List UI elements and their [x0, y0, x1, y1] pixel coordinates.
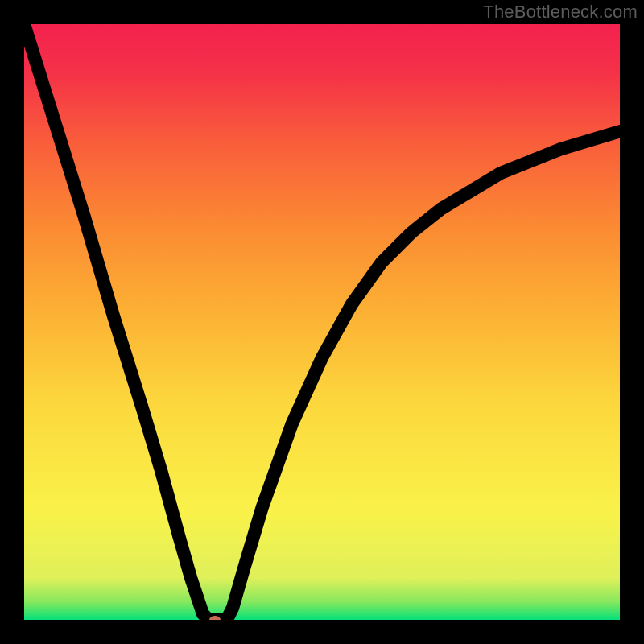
watermark-text: TheBottleneck.com: [483, 2, 638, 23]
chart-frame: TheBottleneck.com: [0, 0, 644, 644]
bottleneck-curve: [24, 24, 620, 620]
optimal-point-marker: [209, 616, 221, 620]
curve-path: [24, 24, 620, 620]
plot-area: [24, 24, 620, 620]
